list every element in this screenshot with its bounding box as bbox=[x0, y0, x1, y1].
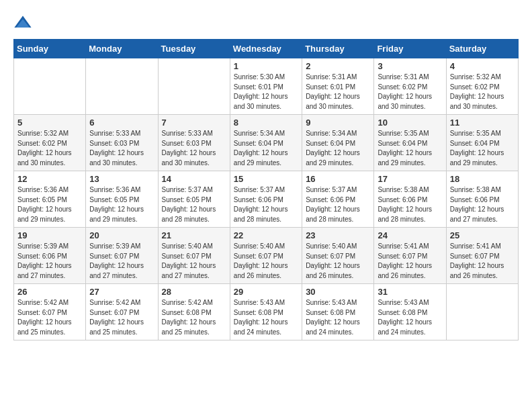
day-number: 21 bbox=[162, 230, 226, 240]
weekday-header-wednesday: Wednesday bbox=[230, 40, 302, 58]
day-cell: 15Sunrise: 5:37 AMSunset: 6:06 PMDayligh… bbox=[230, 171, 302, 228]
day-info: Sunrise: 5:40 AMSunset: 6:07 PMDaylight:… bbox=[162, 242, 226, 281]
day-cell: 6Sunrise: 5:33 AMSunset: 6:03 PMDaylight… bbox=[86, 115, 158, 171]
day-number: 25 bbox=[450, 230, 515, 240]
day-cell: 23Sunrise: 5:40 AMSunset: 6:07 PMDayligh… bbox=[302, 228, 374, 284]
day-number: 8 bbox=[234, 118, 298, 128]
day-cell: 29Sunrise: 5:43 AMSunset: 6:08 PMDayligh… bbox=[230, 284, 302, 340]
day-cell: 20Sunrise: 5:39 AMSunset: 6:07 PMDayligh… bbox=[86, 228, 158, 284]
day-cell: 30Sunrise: 5:43 AMSunset: 6:08 PMDayligh… bbox=[302, 284, 374, 340]
day-info: Sunrise: 5:34 AMSunset: 6:04 PMDaylight:… bbox=[234, 129, 298, 168]
day-cell: 2Sunrise: 5:31 AMSunset: 6:01 PMDaylight… bbox=[302, 58, 374, 115]
day-cell: 27Sunrise: 5:42 AMSunset: 6:07 PMDayligh… bbox=[86, 284, 158, 340]
day-info: Sunrise: 5:36 AMSunset: 6:05 PMDaylight:… bbox=[17, 185, 82, 224]
day-number: 12 bbox=[17, 174, 82, 184]
day-info: Sunrise: 5:38 AMSunset: 6:06 PMDaylight:… bbox=[450, 185, 515, 224]
day-number: 10 bbox=[378, 118, 442, 128]
day-cell: 25Sunrise: 5:41 AMSunset: 6:07 PMDayligh… bbox=[446, 228, 518, 284]
weekday-header-thursday: Thursday bbox=[302, 40, 374, 58]
calendar-table: SundayMondayTuesdayWednesdayThursdayFrid… bbox=[13, 39, 519, 340]
day-number: 31 bbox=[378, 287, 442, 297]
day-info: Sunrise: 5:43 AMSunset: 6:08 PMDaylight:… bbox=[378, 298, 442, 337]
day-info: Sunrise: 5:33 AMSunset: 6:03 PMDaylight:… bbox=[162, 129, 226, 168]
day-info: Sunrise: 5:37 AMSunset: 6:05 PMDaylight:… bbox=[162, 185, 226, 224]
weekday-header-row: SundayMondayTuesdayWednesdayThursdayFrid… bbox=[14, 40, 519, 58]
day-info: Sunrise: 5:32 AMSunset: 6:02 PMDaylight:… bbox=[450, 73, 515, 111]
weekday-header-sunday: Sunday bbox=[14, 40, 86, 58]
logo-icon bbox=[13, 13, 32, 32]
day-number: 29 bbox=[234, 287, 298, 297]
day-info: Sunrise: 5:43 AMSunset: 6:08 PMDaylight:… bbox=[234, 298, 298, 337]
weekday-header-monday: Monday bbox=[86, 40, 158, 58]
day-info: Sunrise: 5:34 AMSunset: 6:04 PMDaylight:… bbox=[306, 129, 370, 168]
day-cell: 28Sunrise: 5:42 AMSunset: 6:08 PMDayligh… bbox=[158, 284, 230, 340]
day-info: Sunrise: 5:33 AMSunset: 6:03 PMDaylight:… bbox=[89, 129, 154, 168]
day-info: Sunrise: 5:36 AMSunset: 6:05 PMDaylight:… bbox=[89, 185, 154, 224]
day-info: Sunrise: 5:40 AMSunset: 6:07 PMDaylight:… bbox=[234, 242, 298, 281]
day-number: 24 bbox=[378, 230, 442, 240]
day-cell: 14Sunrise: 5:37 AMSunset: 6:05 PMDayligh… bbox=[158, 171, 230, 228]
day-number: 11 bbox=[450, 118, 515, 128]
day-cell: 4Sunrise: 5:32 AMSunset: 6:02 PMDaylight… bbox=[446, 58, 518, 115]
day-cell: 13Sunrise: 5:36 AMSunset: 6:05 PMDayligh… bbox=[86, 171, 158, 228]
day-info: Sunrise: 5:37 AMSunset: 6:06 PMDaylight:… bbox=[306, 185, 370, 224]
day-info: Sunrise: 5:40 AMSunset: 6:07 PMDaylight:… bbox=[306, 242, 370, 281]
day-number: 19 bbox=[17, 230, 82, 240]
day-cell: 18Sunrise: 5:38 AMSunset: 6:06 PMDayligh… bbox=[446, 171, 518, 228]
day-info: Sunrise: 5:38 AMSunset: 6:06 PMDaylight:… bbox=[378, 185, 442, 224]
logo bbox=[13, 13, 35, 32]
day-info: Sunrise: 5:39 AMSunset: 6:07 PMDaylight:… bbox=[89, 242, 154, 281]
day-number: 20 bbox=[89, 230, 154, 240]
day-info: Sunrise: 5:39 AMSunset: 6:06 PMDaylight:… bbox=[17, 242, 82, 281]
day-cell bbox=[14, 58, 86, 115]
day-number: 7 bbox=[162, 118, 226, 128]
day-cell: 7Sunrise: 5:33 AMSunset: 6:03 PMDaylight… bbox=[158, 115, 230, 171]
day-cell: 11Sunrise: 5:35 AMSunset: 6:04 PMDayligh… bbox=[446, 115, 518, 171]
day-info: Sunrise: 5:41 AMSunset: 6:07 PMDaylight:… bbox=[378, 242, 442, 281]
day-number: 5 bbox=[17, 118, 82, 128]
day-number: 28 bbox=[162, 287, 226, 297]
weekday-header-tuesday: Tuesday bbox=[158, 40, 230, 58]
weekday-header-friday: Friday bbox=[374, 40, 446, 58]
day-number: 6 bbox=[89, 118, 154, 128]
day-number: 13 bbox=[89, 174, 154, 184]
day-cell: 31Sunrise: 5:43 AMSunset: 6:08 PMDayligh… bbox=[374, 284, 446, 340]
week-row-4: 19Sunrise: 5:39 AMSunset: 6:06 PMDayligh… bbox=[14, 228, 519, 284]
day-info: Sunrise: 5:30 AMSunset: 6:01 PMDaylight:… bbox=[234, 73, 298, 111]
day-cell: 19Sunrise: 5:39 AMSunset: 6:06 PMDayligh… bbox=[14, 228, 86, 284]
day-cell: 26Sunrise: 5:42 AMSunset: 6:07 PMDayligh… bbox=[14, 284, 86, 340]
day-number: 16 bbox=[306, 174, 370, 184]
weekday-header-saturday: Saturday bbox=[446, 40, 518, 58]
day-cell: 17Sunrise: 5:38 AMSunset: 6:06 PMDayligh… bbox=[374, 171, 446, 228]
day-cell bbox=[158, 58, 230, 115]
day-cell: 12Sunrise: 5:36 AMSunset: 6:05 PMDayligh… bbox=[14, 171, 86, 228]
day-cell bbox=[86, 58, 158, 115]
day-info: Sunrise: 5:32 AMSunset: 6:02 PMDaylight:… bbox=[17, 129, 82, 168]
day-info: Sunrise: 5:35 AMSunset: 6:04 PMDaylight:… bbox=[378, 129, 442, 168]
day-cell: 9Sunrise: 5:34 AMSunset: 6:04 PMDaylight… bbox=[302, 115, 374, 171]
day-info: Sunrise: 5:43 AMSunset: 6:08 PMDaylight:… bbox=[306, 298, 370, 337]
day-info: Sunrise: 5:42 AMSunset: 6:07 PMDaylight:… bbox=[89, 298, 154, 337]
day-number: 26 bbox=[17, 287, 82, 297]
day-info: Sunrise: 5:35 AMSunset: 6:04 PMDaylight:… bbox=[450, 129, 515, 168]
day-number: 9 bbox=[306, 118, 370, 128]
day-cell: 10Sunrise: 5:35 AMSunset: 6:04 PMDayligh… bbox=[374, 115, 446, 171]
day-number: 27 bbox=[89, 287, 154, 297]
day-cell bbox=[446, 284, 518, 340]
day-info: Sunrise: 5:42 AMSunset: 6:07 PMDaylight:… bbox=[17, 298, 82, 337]
day-cell: 24Sunrise: 5:41 AMSunset: 6:07 PMDayligh… bbox=[374, 228, 446, 284]
day-info: Sunrise: 5:41 AMSunset: 6:07 PMDaylight:… bbox=[450, 242, 515, 281]
week-row-3: 12Sunrise: 5:36 AMSunset: 6:05 PMDayligh… bbox=[14, 171, 519, 228]
day-cell: 8Sunrise: 5:34 AMSunset: 6:04 PMDaylight… bbox=[230, 115, 302, 171]
day-cell: 3Sunrise: 5:31 AMSunset: 6:02 PMDaylight… bbox=[374, 58, 446, 115]
week-row-1: 1Sunrise: 5:30 AMSunset: 6:01 PMDaylight… bbox=[14, 58, 519, 115]
day-number: 4 bbox=[450, 61, 515, 71]
page-header bbox=[13, 13, 519, 32]
day-cell: 21Sunrise: 5:40 AMSunset: 6:07 PMDayligh… bbox=[158, 228, 230, 284]
day-number: 15 bbox=[234, 174, 298, 184]
week-row-2: 5Sunrise: 5:32 AMSunset: 6:02 PMDaylight… bbox=[14, 115, 519, 171]
day-info: Sunrise: 5:42 AMSunset: 6:08 PMDaylight:… bbox=[162, 298, 226, 337]
day-number: 17 bbox=[378, 174, 442, 184]
day-number: 30 bbox=[306, 287, 370, 297]
day-info: Sunrise: 5:31 AMSunset: 6:01 PMDaylight:… bbox=[306, 73, 370, 111]
